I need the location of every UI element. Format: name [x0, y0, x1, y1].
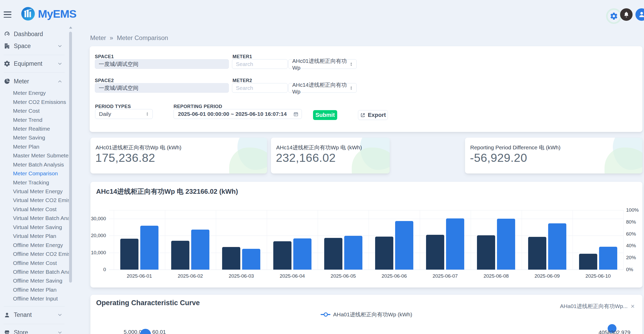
space2-label: SPACE2 [95, 78, 114, 83]
scrollbar-thumb[interactable] [69, 32, 72, 283]
scroll-up-arrow-icon[interactable] [69, 26, 72, 29]
period-types-select[interactable]: Daily [95, 109, 153, 119]
sidebar-item-virtual-meter-batch-analysi[interactable]: Virtual Meter Batch Analysi [0, 214, 69, 223]
user-avatar[interactable] [635, 8, 644, 21]
breadcrumb-separator: » [110, 34, 113, 42]
notifications-button[interactable] [620, 8, 633, 21]
gridline-v [369, 210, 369, 270]
calendar-icon[interactable] [293, 111, 298, 117]
right-axis-tick-label: 0% [626, 267, 633, 272]
period-types-selected-value: Daily [99, 111, 111, 117]
breadcrumb-meter[interactable]: Meter [90, 34, 106, 42]
sidebar-item-equipment[interactable]: Equipment [0, 58, 69, 70]
right-axis-tick-label: 60% [626, 231, 636, 237]
bar-2025-06-02-series1 [171, 241, 189, 270]
x-axis-label: 2025-06-04 [271, 273, 313, 279]
sidebar-item-label: Meter [14, 78, 29, 85]
bar-2025-06-09-series2 [548, 223, 566, 270]
sidebar-item-virtual-meter-cost[interactable]: Virtual Meter Cost [0, 205, 69, 214]
close-icon[interactable]: × [631, 303, 635, 310]
meter1-select[interactable]: AHc01进线柜正向有功Wp [288, 59, 357, 69]
bar-2025-06-07-series1 [426, 235, 444, 270]
sidebar-item-meter-realtime[interactable]: Meter Realtime [0, 124, 69, 133]
sidebar-item-offline-meter-co2-emission[interactable]: Offline Meter CO2 Emission [0, 250, 69, 258]
pie-chart-icon [4, 78, 10, 85]
chevron-down-icon [57, 61, 63, 66]
sidebar-item-dashboard[interactable]: Dashboard [0, 28, 69, 40]
sidebar-item-meter-batch-analysis[interactable]: Meter Batch Analysis [0, 160, 69, 169]
bar-2025-06-04-series1 [273, 241, 291, 270]
stat-card-title: AHc14进线柜正向有功Wp 电 (kWh) [276, 144, 362, 151]
right-axis-tick-label: 100% [626, 207, 639, 213]
y-axis-tick-label: 0 [90, 267, 106, 272]
bar-2025-06-03-series1 [222, 247, 240, 270]
sidebar-item-meter-tracking[interactable]: Meter Tracking [0, 178, 69, 187]
reporting-period-value: 2025-06-01 00:00:00 ~ 2025-06-10 16:07:1… [178, 111, 287, 117]
space1-label: SPACE1 [95, 54, 114, 59]
sidebar-item-offline-meter-energy[interactable]: Offline Meter Energy [0, 241, 69, 249]
sidebar-item-virtual-meter-saving[interactable]: Virtual Meter Saving [0, 223, 69, 232]
y-axis-tick-label: 10,000 [90, 250, 106, 256]
stat-card-3: Reporting Period Difference 电 (kWh)-56,9… [465, 138, 642, 173]
hamburger-button[interactable] [4, 11, 11, 18]
bar-2025-06-04-series2 [293, 238, 311, 270]
filter-card: SPACE1 METER1 AHc01进线柜正向有功Wp SPACE2 METE… [90, 46, 642, 132]
sidebar-item-virtual-meter-energy[interactable]: Virtual Meter Energy [0, 187, 69, 196]
space1-input[interactable] [95, 59, 229, 69]
sidebar-item-tenant[interactable]: Tenant [0, 309, 69, 321]
sidebar-item-meter-co2-emissions[interactable]: Meter CO2 Emissions [0, 97, 69, 106]
sidebar-item-meter-cost[interactable]: Meter Cost [0, 106, 69, 115]
logo[interactable]: MyEMS [21, 7, 76, 21]
settings-button[interactable] [606, 8, 622, 24]
x-axis-label: 2025-06-05 [322, 273, 364, 279]
sidebar-item-offline-meter-saving[interactable]: Offline Meter Saving [0, 276, 69, 285]
x-axis-label: 2025-06-07 [424, 273, 466, 279]
sidebar-item-offline-meter-plan[interactable]: Offline Meter Plan [0, 285, 69, 294]
gridline-h [109, 210, 623, 210]
space2-input[interactable] [95, 83, 229, 93]
sidebar-item-offline-meter-input[interactable]: Offline Meter Input [0, 294, 69, 303]
sidebar-item-meter-energy[interactable]: Meter Energy [0, 89, 69, 97]
meter2-select[interactable]: AHc14进线柜正向有功Wp [288, 83, 357, 93]
export-button[interactable]: Export [358, 110, 388, 120]
occ-card: Operating Characteristic Curve AHa01进线柜正… [90, 295, 642, 334]
sidebar-item-meter-saving[interactable]: Meter Saving [0, 133, 69, 142]
sidebar-item-meter-trend[interactable]: Meter Trend [0, 115, 69, 124]
bar-2025-06-09-series1 [528, 237, 546, 270]
sidebar-item-offline-meter-batch-analysi[interactable]: Offline Meter Batch Analysi [0, 268, 69, 276]
occ-title: Operating Characteristic Curve [96, 299, 200, 307]
sidebar-item-master-meter-submeters-ba[interactable]: Master Meter Submeters Ba [0, 151, 69, 160]
gear-icon [610, 12, 618, 20]
meter1-search-input[interactable] [232, 59, 288, 69]
right-axis-tick-label: 80% [626, 219, 636, 225]
logo-text: MyEMS [38, 8, 76, 20]
sidebar-item-space[interactable]: Space [0, 40, 69, 52]
sidebar-item-store[interactable]: Store [0, 327, 69, 334]
chevron-up-icon [57, 79, 63, 84]
export-button-label: Export [368, 112, 386, 118]
bar-chart-card: AHc14进线柜正向有功Wp 电 232166.02 (kWh) 010,000… [90, 182, 642, 288]
stat-card-value: -56,929.20 [470, 151, 527, 165]
occ-legend[interactable]: AHa01进线柜正向有功Wp (kWh) [90, 311, 642, 318]
occ-series-tag[interactable]: AHa01进线柜正向有功Wp... × [560, 303, 635, 310]
sidebar-item-meter-comparison[interactable]: Meter Comparison [0, 169, 69, 178]
breadcrumb-meter-comparison[interactable]: Meter Comparison [117, 34, 168, 42]
sidebar-item-offline-meter-cost[interactable]: Offline Meter Cost [0, 258, 69, 267]
stat-card-value: 232,166.02 [276, 151, 336, 165]
gridline-v [420, 210, 420, 270]
sidebar-item-meter-plan[interactable]: Meter Plan [0, 142, 69, 151]
x-axis-label: 2025-06-03 [221, 273, 262, 279]
decorative-blob [352, 148, 390, 173]
sidebar-item-meter[interactable]: Meter [0, 75, 69, 87]
sidebar-item-virtual-meter-plan[interactable]: Virtual Meter Plan [0, 232, 69, 241]
stat-card-value: 175,236.82 [95, 151, 155, 165]
chevron-down-icon [57, 330, 63, 334]
bar-2025-06-07-series2 [446, 218, 464, 270]
reporting-period-input[interactable]: 2025-06-01 00:00:00 ~ 2025-06-10 16:07:1… [174, 109, 302, 119]
sidebar-item-virtual-meter-co2-emission[interactable]: Virtual Meter CO2 Emission [0, 196, 69, 205]
select-updown-icon [145, 111, 150, 117]
submit-button[interactable]: Submit [313, 110, 337, 120]
bar-2025-06-01-series2 [140, 226, 158, 270]
stat-card-title: AHc01进线柜正向有功Wp 电 (kWh) [96, 144, 181, 151]
meter2-search-input[interactable] [232, 83, 288, 93]
